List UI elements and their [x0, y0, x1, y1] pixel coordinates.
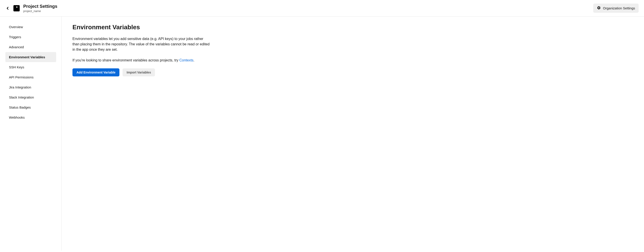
share-text-prefix: If you're looking to share environment v… [72, 58, 179, 62]
page-title: Project Settings [23, 3, 57, 9]
gear-icon [597, 6, 601, 10]
back-icon[interactable] [5, 6, 10, 10]
project-name: project_name [23, 9, 57, 13]
description-text: Environment variables let you add sensit… [72, 36, 211, 52]
content-container: Overview Triggers Advanced Environment V… [0, 16, 644, 251]
action-button-row: Add Environment Variable Import Variable… [72, 68, 234, 76]
sidebar-list: Overview Triggers Advanced Environment V… [0, 22, 62, 122]
sidebar-item-environment-variables[interactable]: Environment Variables [5, 52, 56, 62]
main-content: Environment Variables Environment variab… [62, 16, 245, 251]
share-contexts-text: If you're looking to share environment v… [72, 58, 234, 63]
contexts-link[interactable]: Contexts [179, 58, 194, 62]
sidebar-item-jira-integration[interactable]: Jira Integration [5, 82, 56, 92]
sidebar-item-advanced[interactable]: Advanced [5, 42, 56, 52]
main-heading: Environment Variables [72, 24, 234, 31]
share-text-suffix: . [194, 58, 194, 62]
add-environment-variable-button[interactable]: Add Environment Variable [72, 68, 120, 76]
page-header: Project Settings project_name Organizati… [0, 0, 644, 16]
sidebar-item-webhooks[interactable]: Webhooks [5, 112, 56, 122]
project-icon [14, 5, 20, 11]
sidebar-item-ssh-keys[interactable]: SSH Keys [5, 62, 56, 72]
organization-settings-label: Organization Settings [603, 6, 635, 10]
sidebar-item-slack-integration[interactable]: Slack Integration [5, 92, 56, 102]
sidebar-item-overview[interactable]: Overview [5, 22, 56, 32]
organization-settings-button[interactable]: Organization Settings [593, 3, 639, 13]
header-left: Project Settings project_name [5, 3, 57, 13]
sidebar-item-status-badges[interactable]: Status Badges [5, 102, 56, 112]
sidebar-item-triggers[interactable]: Triggers [5, 32, 56, 42]
sidebar-item-api-permissions[interactable]: API Permissions [5, 72, 56, 82]
import-variables-button[interactable]: Import Variables [122, 68, 155, 76]
header-titles: Project Settings project_name [23, 3, 57, 13]
sidebar: Overview Triggers Advanced Environment V… [0, 16, 62, 251]
